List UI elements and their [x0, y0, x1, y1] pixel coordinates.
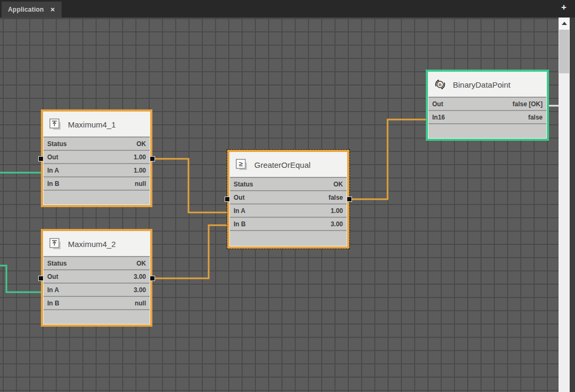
slot-label: In B: [234, 220, 246, 228]
block-maximum4_2[interactable]: Maximum4_2 Status OK Out 3.00 In A 3.00 …: [41, 229, 152, 327]
binary-data-point-icon: B: [434, 78, 447, 91]
slot-status[interactable]: Status OK: [44, 256, 150, 269]
block-footer: [230, 230, 347, 246]
wiresheet-canvas[interactable]: Maximum4_1 Status OK Out 1.00 In A 1.00 …: [0, 18, 559, 392]
maximum-icon: [49, 118, 62, 131]
window-edge: [570, 18, 575, 392]
slot-out[interactable]: Out 1.00: [44, 150, 150, 163]
block-header[interactable]: ≥ GreaterOrEqual: [230, 152, 347, 177]
slot-label: Out: [47, 154, 58, 161]
slot-label: In A: [47, 167, 59, 174]
scroll-up-button[interactable]: [559, 18, 570, 29]
slot-value: null: [135, 300, 146, 307]
slot-in16[interactable]: In16 false: [428, 110, 546, 123]
slot-label: Status: [47, 260, 67, 267]
block-title: BinaryDataPoint: [453, 80, 510, 89]
maximum-icon: [49, 237, 62, 250]
wire-maximum4_1-out-to-greaterorequal-inA[interactable]: [152, 159, 228, 212]
block-header[interactable]: B BinaryDataPoint: [428, 72, 546, 97]
scrollbar-thumb[interactable]: [559, 30, 569, 73]
connection-handle-maximum4_2-out-left[interactable]: [38, 276, 44, 281]
block-title: Maximum4_2: [68, 240, 116, 249]
slot-label: In A: [47, 286, 59, 294]
slot-label: Out: [47, 273, 58, 280]
connection-handle-maximum4_1-out-left[interactable]: [38, 156, 44, 161]
slot-out[interactable]: Out false: [230, 190, 347, 203]
slot-value: false: [329, 194, 343, 201]
block-title: GreaterOrEqual: [254, 160, 311, 169]
wire-input-to-maximum4_2-inA[interactable]: [0, 266, 42, 292]
slot-value: 1.00: [134, 167, 146, 174]
slot-status[interactable]: Status OK: [230, 177, 347, 190]
chevron-up-icon: [562, 22, 567, 25]
slot-value: 3.00: [331, 220, 343, 228]
slot-label: In A: [234, 207, 245, 215]
slot-label: In B: [47, 180, 59, 188]
slot-value: 3.00: [134, 286, 146, 294]
connection-handle-greaterorequal-out-left[interactable]: [225, 197, 230, 202]
close-icon[interactable]: ✕: [50, 7, 55, 13]
slot-value: OK: [136, 140, 146, 148]
wire-greaterorequal-out-to-binarydatapoint-in16[interactable]: [349, 120, 427, 199]
connection-handle-maximum4_1-out-right[interactable]: [150, 156, 155, 161]
add-tab-icon[interactable]: +: [561, 3, 567, 12]
slot-value: 1.00: [331, 207, 343, 215]
tab-application[interactable]: Application ✕: [2, 2, 62, 18]
greater-or-equal-icon: ≥: [235, 158, 248, 171]
slot-inB[interactable]: In B 3.00: [230, 217, 347, 230]
svg-text:≥: ≥: [239, 160, 243, 168]
block-maximum4_1[interactable]: Maximum4_1 Status OK Out 1.00 In A 1.00 …: [41, 109, 152, 207]
svg-text:B: B: [439, 82, 442, 87]
connection-handle-maximum4_2-out-right[interactable]: [150, 276, 155, 281]
slot-inA[interactable]: In A 3.00: [44, 283, 150, 296]
connection-handle-greaterorequal-out-right[interactable]: [347, 197, 352, 202]
slot-value: false: [528, 114, 543, 121]
slot-out[interactable]: Out 3.00: [44, 269, 150, 283]
slot-value: OK: [333, 181, 343, 188]
slot-label: In16: [432, 114, 445, 121]
block-header[interactable]: Maximum4_1: [44, 112, 150, 137]
block-footer: [44, 309, 150, 324]
tab-label: Application: [8, 6, 44, 13]
wire-maximum4_2-out-to-greaterorequal-inB[interactable]: [152, 225, 228, 278]
slot-value: 3.00: [134, 273, 146, 280]
slot-label: Out: [234, 194, 245, 201]
block-binarydatapoint[interactable]: B BinaryDataPoint Out false [OK] In16 fa…: [426, 70, 549, 141]
slot-value: false [OK]: [512, 100, 543, 108]
slot-label: Status: [47, 140, 67, 148]
block-header[interactable]: Maximum4_2: [44, 232, 150, 256]
vertical-scrollbar[interactable]: [559, 18, 570, 392]
slot-inB[interactable]: In B null: [44, 176, 150, 190]
slot-value: OK: [136, 260, 146, 267]
block-title: Maximum4_1: [68, 120, 116, 129]
slot-label: Status: [234, 181, 253, 188]
slot-label: In B: [47, 300, 59, 307]
slot-inA[interactable]: In A 1.00: [230, 203, 347, 217]
slot-value: 1.00: [134, 154, 146, 161]
slot-inA[interactable]: In A 1.00: [44, 163, 150, 176]
block-footer: [428, 123, 546, 138]
slot-value: null: [135, 180, 146, 188]
tab-bar: Application ✕ +: [0, 0, 575, 18]
slot-status[interactable]: Status OK: [44, 137, 150, 150]
slot-label: Out: [432, 100, 443, 108]
block-footer: [44, 190, 150, 204]
slot-out[interactable]: Out false [OK]: [428, 97, 546, 110]
slot-inB[interactable]: In B null: [44, 296, 150, 309]
block-greaterorequal[interactable]: ≥ GreaterOrEqual Status OK Out false In …: [227, 150, 349, 249]
